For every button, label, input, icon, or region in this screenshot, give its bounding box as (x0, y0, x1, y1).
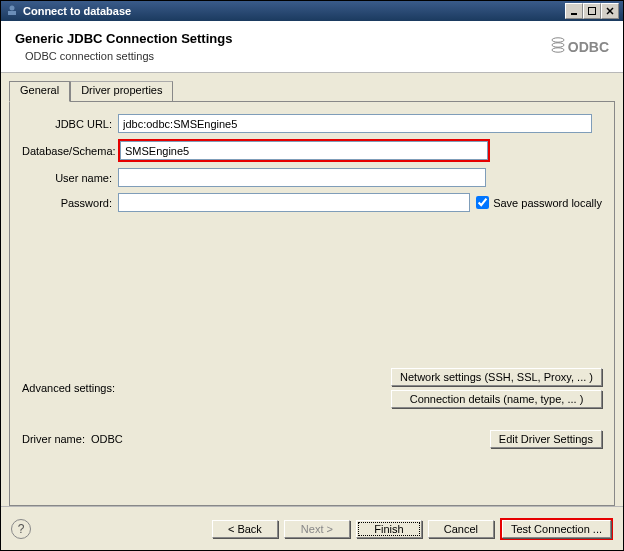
window-title: Connect to database (23, 5, 565, 17)
connection-details-button[interactable]: Connection details (name, type, ... ) (391, 390, 602, 408)
close-button[interactable] (601, 3, 619, 19)
edit-driver-button[interactable]: Edit Driver Settings (490, 430, 602, 448)
app-icon (5, 4, 19, 18)
page-subtitle: ODBC connection settings (15, 50, 551, 62)
save-password-checkbox[interactable] (476, 196, 489, 209)
content-area: General Driver properties JDBC URL: Data… (1, 73, 623, 506)
row-schema: Database/Schema: (22, 139, 602, 162)
password-input[interactable] (118, 193, 470, 212)
svg-rect-2 (571, 13, 577, 15)
driver-name-value: ODBC (91, 433, 123, 445)
row-password: Password: Save password locally (22, 193, 602, 212)
advanced-buttons: Network settings (SSH, SSL, Proxy, ... )… (391, 368, 602, 408)
save-password-checkbox-wrap[interactable]: Save password locally (476, 196, 602, 209)
row-jdbc-url: JDBC URL: (22, 114, 602, 133)
save-password-label: Save password locally (493, 197, 602, 209)
tab-area: General Driver properties JDBC URL: Data… (9, 81, 615, 506)
back-button[interactable]: < Back (212, 520, 278, 538)
window-controls (565, 3, 619, 19)
svg-point-6 (552, 38, 564, 42)
network-settings-button[interactable]: Network settings (SSH, SSL, Proxy, ... ) (391, 368, 602, 386)
maximize-button[interactable] (583, 3, 601, 19)
footer: ? < Back Next > Finish Cancel Test Conne… (1, 506, 623, 550)
svg-rect-1 (8, 11, 16, 15)
tab-general[interactable]: General (9, 81, 70, 102)
finish-button[interactable]: Finish (356, 520, 422, 538)
schema-highlight (118, 139, 490, 162)
row-advanced: Advanced settings: Network settings (SSH… (22, 368, 602, 408)
tab-strip: General Driver properties (9, 81, 615, 101)
driver-name-label: Driver name: (22, 433, 85, 445)
tab-driver-properties-label: Driver properties (81, 84, 162, 96)
schema-input[interactable] (120, 141, 488, 160)
test-connection-button[interactable]: Test Connection ... (502, 520, 611, 538)
jdbc-url-label: JDBC URL: (22, 118, 118, 130)
tab-general-label: General (20, 84, 59, 96)
advanced-label: Advanced settings: (22, 382, 115, 394)
odbc-logo-text: ODBC (568, 39, 609, 55)
titlebar: Connect to database (1, 1, 623, 21)
help-icon[interactable]: ? (11, 519, 31, 539)
jdbc-url-input[interactable] (118, 114, 592, 133)
password-label: Password: (22, 197, 118, 209)
header-panel: Generic JDBC Connection Settings ODBC co… (1, 21, 623, 73)
username-label: User name: (22, 172, 118, 184)
next-button[interactable]: Next > (284, 520, 350, 538)
database-icon (551, 37, 565, 56)
row-driver: Driver name: ODBC Edit Driver Settings (22, 430, 602, 448)
username-input[interactable] (118, 168, 486, 187)
minimize-button[interactable] (565, 3, 583, 19)
schema-label: Database/Schema: (22, 145, 118, 157)
save-password-wrap: Save password locally (476, 196, 602, 209)
dialog-window: Connect to database Generic JDBC Connect… (0, 0, 624, 551)
row-username: User name: (22, 168, 602, 187)
svg-point-7 (552, 43, 564, 47)
cancel-button[interactable]: Cancel (428, 520, 494, 538)
tab-body-general: JDBC URL: Database/Schema: User name: Pa… (9, 101, 615, 506)
page-title: Generic JDBC Connection Settings (15, 31, 551, 46)
odbc-logo: ODBC (551, 37, 609, 56)
test-connection-highlight: Test Connection ... (500, 518, 613, 540)
header-text: Generic JDBC Connection Settings ODBC co… (15, 31, 551, 62)
tab-driver-properties[interactable]: Driver properties (70, 81, 173, 101)
svg-rect-3 (589, 8, 596, 15)
svg-point-8 (552, 48, 564, 52)
svg-point-0 (10, 6, 15, 11)
